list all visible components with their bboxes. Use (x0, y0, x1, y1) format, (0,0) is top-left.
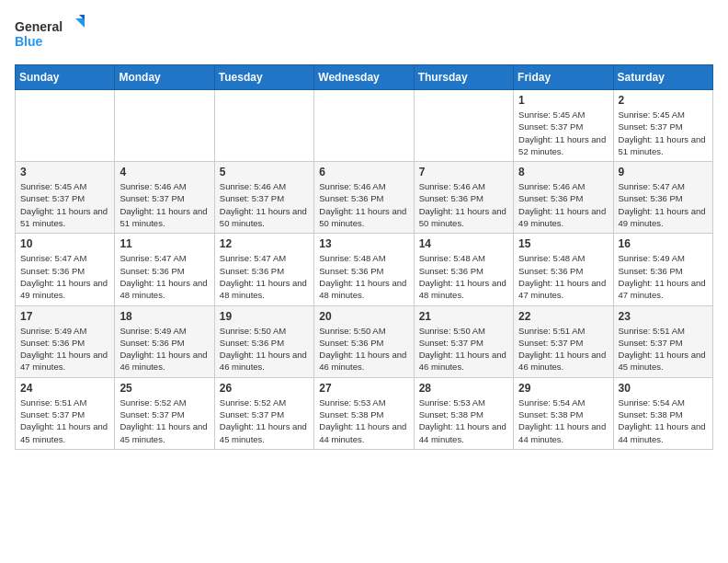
calendar-day: 18Sunrise: 5:49 AM Sunset: 5:36 PM Dayli… (115, 305, 214, 377)
day-info: Sunrise: 5:50 AM Sunset: 5:36 PM Dayligh… (220, 325, 309, 373)
day-number: 19 (220, 310, 309, 323)
day-info: Sunrise: 5:47 AM Sunset: 5:36 PM Dayligh… (220, 252, 309, 301)
calendar-day (414, 90, 513, 162)
day-number: 1 (518, 94, 608, 107)
day-info: Sunrise: 5:47 AM Sunset: 5:36 PM Dayligh… (20, 252, 109, 301)
calendar-day: 24Sunrise: 5:51 AM Sunset: 5:37 PM Dayli… (16, 377, 115, 449)
calendar-day (16, 90, 115, 162)
day-info: Sunrise: 5:52 AM Sunset: 5:37 PM Dayligh… (119, 396, 209, 445)
day-number: 3 (20, 166, 109, 178)
day-info: Sunrise: 5:50 AM Sunset: 5:36 PM Dayligh… (319, 325, 408, 373)
calendar-day: 23Sunrise: 5:51 AM Sunset: 5:37 PM Dayli… (613, 305, 712, 377)
day-number: 11 (119, 237, 209, 250)
day-info: Sunrise: 5:46 AM Sunset: 5:36 PM Dayligh… (419, 180, 508, 229)
day-info: Sunrise: 5:54 AM Sunset: 5:38 PM Dayligh… (518, 396, 608, 445)
day-info: Sunrise: 5:53 AM Sunset: 5:38 PM Dayligh… (419, 396, 508, 445)
day-info: Sunrise: 5:51 AM Sunset: 5:37 PM Dayligh… (518, 325, 608, 373)
page-header: General Blue (15, 15, 713, 53)
calendar-day: 13Sunrise: 5:48 AM Sunset: 5:36 PM Dayli… (314, 234, 414, 305)
calendar-day: 11Sunrise: 5:47 AM Sunset: 5:36 PM Dayli… (115, 234, 214, 305)
svg-marker-2 (75, 18, 85, 28)
calendar-day (314, 90, 414, 162)
calendar-day: 29Sunrise: 5:54 AM Sunset: 5:38 PM Dayli… (514, 377, 613, 449)
day-number: 22 (518, 310, 608, 323)
calendar-day: 30Sunrise: 5:54 AM Sunset: 5:38 PM Dayli… (613, 377, 712, 449)
day-number: 5 (220, 166, 309, 178)
day-number: 8 (518, 166, 608, 178)
weekday-header-sunday: Sunday (16, 65, 115, 90)
calendar-day: 14Sunrise: 5:48 AM Sunset: 5:36 PM Dayli… (414, 234, 513, 305)
calendar-table: SundayMondayTuesdayWednesdayThursdayFrid… (15, 64, 713, 450)
svg-text:Blue: Blue (15, 34, 43, 49)
calendar-day: 15Sunrise: 5:48 AM Sunset: 5:36 PM Dayli… (514, 234, 613, 305)
calendar-day: 17Sunrise: 5:49 AM Sunset: 5:36 PM Dayli… (16, 305, 115, 377)
day-info: Sunrise: 5:46 AM Sunset: 5:37 PM Dayligh… (119, 180, 209, 229)
day-info: Sunrise: 5:51 AM Sunset: 5:37 PM Dayligh… (20, 396, 109, 445)
day-number: 21 (419, 310, 508, 323)
weekday-header-friday: Friday (514, 65, 613, 90)
day-number: 4 (119, 166, 209, 178)
day-number: 14 (419, 237, 508, 250)
day-number: 7 (419, 166, 508, 178)
calendar-day: 1Sunrise: 5:45 AM Sunset: 5:37 PM Daylig… (514, 90, 613, 162)
day-info: Sunrise: 5:45 AM Sunset: 5:37 PM Dayligh… (20, 180, 109, 229)
calendar-day: 19Sunrise: 5:50 AM Sunset: 5:36 PM Dayli… (214, 305, 313, 377)
day-info: Sunrise: 5:48 AM Sunset: 5:36 PM Dayligh… (419, 252, 508, 301)
weekday-header-monday: Monday (115, 65, 214, 90)
day-info: Sunrise: 5:46 AM Sunset: 5:36 PM Dayligh… (319, 180, 408, 229)
calendar-week-4: 17Sunrise: 5:49 AM Sunset: 5:36 PM Dayli… (16, 305, 713, 377)
day-number: 23 (619, 310, 708, 323)
calendar-day: 3Sunrise: 5:45 AM Sunset: 5:37 PM Daylig… (16, 162, 115, 234)
calendar-day: 26Sunrise: 5:52 AM Sunset: 5:37 PM Dayli… (214, 377, 313, 449)
calendar-week-5: 24Sunrise: 5:51 AM Sunset: 5:37 PM Dayli… (16, 377, 713, 449)
weekday-header-row: SundayMondayTuesdayWednesdayThursdayFrid… (16, 65, 713, 90)
calendar-day: 7Sunrise: 5:46 AM Sunset: 5:36 PM Daylig… (414, 162, 513, 234)
calendar-day: 21Sunrise: 5:50 AM Sunset: 5:37 PM Dayli… (414, 305, 513, 377)
calendar-day: 9Sunrise: 5:47 AM Sunset: 5:36 PM Daylig… (613, 162, 712, 234)
calendar-day: 12Sunrise: 5:47 AM Sunset: 5:36 PM Dayli… (214, 234, 313, 305)
weekday-header-saturday: Saturday (613, 65, 712, 90)
weekday-header-wednesday: Wednesday (314, 65, 414, 90)
day-info: Sunrise: 5:49 AM Sunset: 5:36 PM Dayligh… (619, 252, 708, 301)
day-number: 10 (20, 237, 109, 250)
calendar-week-1: 1Sunrise: 5:45 AM Sunset: 5:37 PM Daylig… (16, 90, 713, 162)
calendar-day: 28Sunrise: 5:53 AM Sunset: 5:38 PM Dayli… (414, 377, 513, 449)
day-number: 18 (119, 310, 209, 323)
day-number: 29 (518, 382, 608, 395)
day-number: 26 (220, 382, 309, 395)
day-info: Sunrise: 5:48 AM Sunset: 5:36 PM Dayligh… (518, 252, 608, 301)
day-number: 12 (220, 237, 309, 250)
day-number: 28 (419, 382, 508, 395)
calendar-week-3: 10Sunrise: 5:47 AM Sunset: 5:36 PM Dayli… (16, 234, 713, 305)
day-info: Sunrise: 5:49 AM Sunset: 5:36 PM Dayligh… (20, 325, 109, 373)
calendar-day: 8Sunrise: 5:46 AM Sunset: 5:36 PM Daylig… (514, 162, 613, 234)
day-info: Sunrise: 5:46 AM Sunset: 5:37 PM Dayligh… (220, 180, 309, 229)
calendar-day: 5Sunrise: 5:46 AM Sunset: 5:37 PM Daylig… (214, 162, 313, 234)
logo: General Blue (15, 15, 88, 53)
day-info: Sunrise: 5:48 AM Sunset: 5:36 PM Dayligh… (319, 252, 408, 301)
calendar-body: 1Sunrise: 5:45 AM Sunset: 5:37 PM Daylig… (16, 90, 713, 450)
calendar-day: 22Sunrise: 5:51 AM Sunset: 5:37 PM Dayli… (514, 305, 613, 377)
calendar-day: 10Sunrise: 5:47 AM Sunset: 5:36 PM Dayli… (16, 234, 115, 305)
day-info: Sunrise: 5:46 AM Sunset: 5:36 PM Dayligh… (518, 180, 608, 229)
calendar-day (214, 90, 313, 162)
calendar-day: 2Sunrise: 5:45 AM Sunset: 5:37 PM Daylig… (613, 90, 712, 162)
calendar-day: 25Sunrise: 5:52 AM Sunset: 5:37 PM Dayli… (115, 377, 214, 449)
weekday-header-tuesday: Tuesday (214, 65, 313, 90)
day-info: Sunrise: 5:50 AM Sunset: 5:37 PM Dayligh… (419, 325, 508, 373)
day-number: 13 (319, 237, 408, 250)
day-number: 25 (119, 382, 209, 395)
day-number: 15 (518, 237, 608, 250)
day-info: Sunrise: 5:45 AM Sunset: 5:37 PM Dayligh… (518, 109, 608, 157)
day-number: 20 (319, 310, 408, 323)
day-info: Sunrise: 5:45 AM Sunset: 5:37 PM Dayligh… (619, 109, 708, 157)
day-number: 2 (619, 94, 708, 107)
day-info: Sunrise: 5:47 AM Sunset: 5:36 PM Dayligh… (119, 252, 209, 301)
calendar-day: 27Sunrise: 5:53 AM Sunset: 5:38 PM Dayli… (314, 377, 414, 449)
calendar-day: 6Sunrise: 5:46 AM Sunset: 5:36 PM Daylig… (314, 162, 414, 234)
logo-svg: General Blue (15, 15, 88, 53)
calendar-day: 16Sunrise: 5:49 AM Sunset: 5:36 PM Dayli… (613, 234, 712, 305)
calendar-week-2: 3Sunrise: 5:45 AM Sunset: 5:37 PM Daylig… (16, 162, 713, 234)
day-number: 17 (20, 310, 109, 323)
day-number: 16 (619, 237, 708, 250)
